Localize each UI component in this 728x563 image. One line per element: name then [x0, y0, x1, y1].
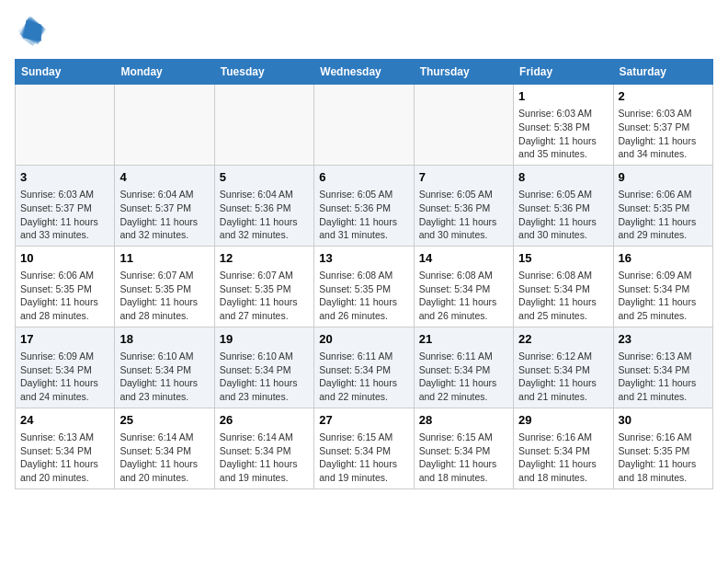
page-header	[15, 15, 713, 48]
day-info: Sunrise: 6:03 AMSunset: 5:37 PMDaylight:…	[20, 188, 109, 242]
calendar-day-cell: 8Sunrise: 6:05 AMSunset: 5:36 PMDaylight…	[514, 165, 613, 246]
day-info: Sunrise: 6:14 AMSunset: 5:34 PMDaylight:…	[119, 431, 209, 485]
day-number: 22	[518, 331, 608, 348]
calendar-day-cell: 28Sunrise: 6:15 AMSunset: 5:34 PMDayligh…	[414, 408, 513, 488]
day-info: Sunrise: 6:10 AMSunset: 5:34 PMDaylight:…	[220, 350, 309, 404]
day-number: 27	[319, 412, 408, 429]
weekday-header: Wednesday	[314, 60, 414, 85]
day-info: Sunrise: 6:09 AMSunset: 5:34 PMDaylight:…	[619, 269, 708, 323]
day-info: Sunrise: 6:08 AMSunset: 5:34 PMDaylight:…	[419, 269, 508, 323]
day-number: 6	[319, 169, 408, 186]
logo	[15, 15, 51, 48]
calendar-day-cell: 2Sunrise: 6:03 AMSunset: 5:37 PMDaylight…	[613, 85, 712, 166]
calendar-day-cell: 29Sunrise: 6:16 AMSunset: 5:34 PMDayligh…	[514, 408, 613, 488]
day-info: Sunrise: 6:04 AMSunset: 5:36 PMDaylight:…	[220, 188, 309, 242]
day-number: 11	[119, 250, 209, 267]
day-number: 5	[220, 169, 309, 186]
calendar-week-row: 24Sunrise: 6:13 AMSunset: 5:34 PMDayligh…	[16, 408, 713, 488]
weekday-header: Monday	[115, 60, 214, 85]
calendar-day-cell: 23Sunrise: 6:13 AMSunset: 5:34 PMDayligh…	[613, 327, 712, 408]
calendar-day-cell	[16, 85, 115, 166]
day-number: 23	[619, 331, 708, 348]
day-info: Sunrise: 6:07 AMSunset: 5:35 PMDaylight:…	[119, 269, 209, 323]
calendar-day-cell: 22Sunrise: 6:12 AMSunset: 5:34 PMDayligh…	[514, 327, 613, 408]
calendar-day-cell: 4Sunrise: 6:04 AMSunset: 5:37 PMDaylight…	[115, 165, 214, 246]
day-info: Sunrise: 6:13 AMSunset: 5:34 PMDaylight:…	[619, 350, 708, 404]
logo-icon	[15, 15, 48, 48]
calendar-day-cell: 20Sunrise: 6:11 AMSunset: 5:34 PMDayligh…	[314, 327, 414, 408]
calendar-day-cell: 11Sunrise: 6:07 AMSunset: 5:35 PMDayligh…	[115, 246, 214, 327]
calendar-day-cell: 19Sunrise: 6:10 AMSunset: 5:34 PMDayligh…	[214, 327, 313, 408]
weekday-header: Saturday	[613, 60, 712, 85]
calendar-week-row: 3Sunrise: 6:03 AMSunset: 5:37 PMDaylight…	[16, 165, 713, 246]
calendar-day-cell: 14Sunrise: 6:08 AMSunset: 5:34 PMDayligh…	[414, 246, 513, 327]
weekday-header: Friday	[514, 60, 613, 85]
day-number: 8	[518, 169, 608, 186]
day-info: Sunrise: 6:08 AMSunset: 5:35 PMDaylight:…	[319, 269, 408, 323]
day-number: 20	[319, 331, 408, 348]
day-number: 13	[319, 250, 408, 267]
day-info: Sunrise: 6:15 AMSunset: 5:34 PMDaylight:…	[319, 431, 408, 485]
day-number: 21	[419, 331, 508, 348]
calendar-day-cell: 26Sunrise: 6:14 AMSunset: 5:34 PMDayligh…	[214, 408, 313, 488]
weekday-header: Thursday	[414, 60, 513, 85]
weekday-header: Tuesday	[214, 60, 313, 85]
calendar-day-cell: 30Sunrise: 6:16 AMSunset: 5:35 PMDayligh…	[613, 408, 712, 488]
day-info: Sunrise: 6:06 AMSunset: 5:35 PMDaylight:…	[20, 269, 109, 323]
day-info: Sunrise: 6:16 AMSunset: 5:34 PMDaylight:…	[518, 431, 608, 485]
calendar-day-cell	[414, 85, 513, 166]
day-info: Sunrise: 6:04 AMSunset: 5:37 PMDaylight:…	[119, 188, 209, 242]
calendar-day-cell: 5Sunrise: 6:04 AMSunset: 5:36 PMDaylight…	[214, 165, 313, 246]
day-number: 30	[619, 412, 708, 429]
calendar-day-cell	[214, 85, 313, 166]
day-info: Sunrise: 6:15 AMSunset: 5:34 PMDaylight:…	[419, 431, 508, 485]
day-number: 29	[518, 412, 608, 429]
calendar-day-cell: 25Sunrise: 6:14 AMSunset: 5:34 PMDayligh…	[115, 408, 214, 488]
day-info: Sunrise: 6:12 AMSunset: 5:34 PMDaylight:…	[518, 350, 608, 404]
calendar-table: SundayMondayTuesdayWednesdayThursdayFrid…	[15, 59, 713, 489]
day-info: Sunrise: 6:03 AMSunset: 5:38 PMDaylight:…	[518, 107, 608, 161]
day-number: 9	[619, 169, 708, 186]
day-number: 2	[619, 88, 708, 105]
day-number: 4	[119, 169, 209, 186]
day-info: Sunrise: 6:16 AMSunset: 5:35 PMDaylight:…	[619, 431, 708, 485]
day-info: Sunrise: 6:11 AMSunset: 5:34 PMDaylight:…	[319, 350, 408, 404]
calendar-day-cell: 18Sunrise: 6:10 AMSunset: 5:34 PMDayligh…	[115, 327, 214, 408]
calendar-day-cell: 15Sunrise: 6:08 AMSunset: 5:34 PMDayligh…	[514, 246, 613, 327]
day-number: 17	[20, 331, 109, 348]
calendar-day-cell: 9Sunrise: 6:06 AMSunset: 5:35 PMDaylight…	[613, 165, 712, 246]
day-info: Sunrise: 6:05 AMSunset: 5:36 PMDaylight:…	[518, 188, 608, 242]
day-info: Sunrise: 6:14 AMSunset: 5:34 PMDaylight:…	[220, 431, 309, 485]
day-info: Sunrise: 6:05 AMSunset: 5:36 PMDaylight:…	[419, 188, 508, 242]
calendar-day-cell: 27Sunrise: 6:15 AMSunset: 5:34 PMDayligh…	[314, 408, 414, 488]
calendar-week-row: 10Sunrise: 6:06 AMSunset: 5:35 PMDayligh…	[16, 246, 713, 327]
calendar-day-cell: 16Sunrise: 6:09 AMSunset: 5:34 PMDayligh…	[613, 246, 712, 327]
calendar-week-row: 1Sunrise: 6:03 AMSunset: 5:38 PMDaylight…	[16, 85, 713, 166]
day-number: 26	[220, 412, 309, 429]
calendar-day-cell: 1Sunrise: 6:03 AMSunset: 5:38 PMDaylight…	[514, 85, 613, 166]
calendar-day-cell: 24Sunrise: 6:13 AMSunset: 5:34 PMDayligh…	[16, 408, 115, 488]
day-info: Sunrise: 6:09 AMSunset: 5:34 PMDaylight:…	[20, 350, 109, 404]
calendar-day-cell: 7Sunrise: 6:05 AMSunset: 5:36 PMDaylight…	[414, 165, 513, 246]
calendar-day-cell	[115, 85, 214, 166]
calendar-day-cell: 17Sunrise: 6:09 AMSunset: 5:34 PMDayligh…	[16, 327, 115, 408]
calendar-day-cell: 10Sunrise: 6:06 AMSunset: 5:35 PMDayligh…	[16, 246, 115, 327]
day-number: 16	[619, 250, 708, 267]
day-info: Sunrise: 6:07 AMSunset: 5:35 PMDaylight:…	[220, 269, 309, 323]
day-info: Sunrise: 6:08 AMSunset: 5:34 PMDaylight:…	[518, 269, 608, 323]
calendar-day-cell: 3Sunrise: 6:03 AMSunset: 5:37 PMDaylight…	[16, 165, 115, 246]
day-info: Sunrise: 6:10 AMSunset: 5:34 PMDaylight:…	[119, 350, 209, 404]
calendar-day-cell: 6Sunrise: 6:05 AMSunset: 5:36 PMDaylight…	[314, 165, 414, 246]
calendar-week-row: 17Sunrise: 6:09 AMSunset: 5:34 PMDayligh…	[16, 327, 713, 408]
day-number: 19	[220, 331, 309, 348]
day-info: Sunrise: 6:06 AMSunset: 5:35 PMDaylight:…	[619, 188, 708, 242]
calendar-day-cell	[314, 85, 414, 166]
day-number: 3	[20, 169, 109, 186]
day-number: 1	[518, 88, 608, 105]
day-info: Sunrise: 6:11 AMSunset: 5:34 PMDaylight:…	[419, 350, 508, 404]
day-number: 12	[220, 250, 309, 267]
calendar-day-cell: 13Sunrise: 6:08 AMSunset: 5:35 PMDayligh…	[314, 246, 414, 327]
day-info: Sunrise: 6:03 AMSunset: 5:37 PMDaylight:…	[619, 107, 708, 161]
day-number: 18	[119, 331, 209, 348]
day-number: 10	[20, 250, 109, 267]
